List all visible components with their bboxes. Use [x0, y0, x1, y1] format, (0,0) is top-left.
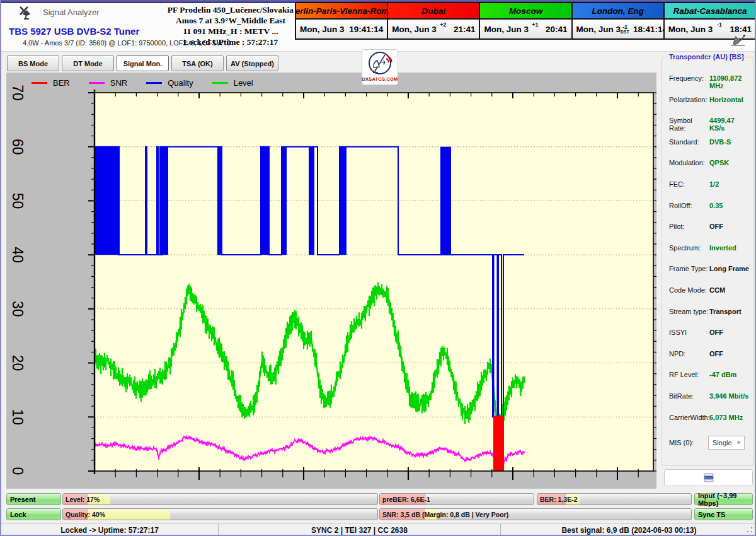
- level-bar: Level: 17%: [62, 493, 378, 505]
- tab-bs-mode[interactable]: BS Mode: [7, 55, 59, 71]
- clock-date: Mon, Jun 3: [484, 25, 529, 34]
- tp-row-codemode: Code Mode:CCM: [669, 286, 751, 295]
- y-tick-label: 50: [9, 193, 26, 209]
- tp-label: MIS (0):: [669, 439, 709, 448]
- disk-stack-icon: [704, 473, 714, 482]
- tp-row-mis: MIS (0):: [669, 439, 751, 448]
- app-dish-icon: [18, 5, 37, 23]
- clock-city-label: Berlin-Paris-Vienna-Roma: [296, 3, 387, 20]
- tp-row-frequency: Frequency:11090,872 MHz: [669, 74, 751, 83]
- tp-label: Frequency:: [669, 74, 709, 83]
- tab-signal-mon-[interactable]: Signal Mon.: [117, 55, 169, 71]
- y-tick-label: 60: [9, 139, 26, 155]
- bar-label: preBER: 6,6E-1: [382, 494, 430, 504]
- tp-label: Standard:: [669, 138, 709, 147]
- tp-label: ISSYI: [669, 329, 709, 337]
- tp-value: QPSK: [709, 159, 729, 168]
- ts-buffer-button[interactable]: [664, 469, 753, 486]
- y-tick-label: 30: [9, 301, 26, 317]
- tp-value: Horizontal: [709, 96, 743, 105]
- window-title: Signal Analyzer: [43, 8, 100, 17]
- clock-utc-offset: +1: [532, 21, 538, 28]
- site-note-line2: Amos 7 at 3.9°W_Middle East: [167, 15, 294, 26]
- signal-chart: 010203040506070 BERSNRQualityLevel: [6, 73, 656, 489]
- lock-indicator[interactable]: Lock: [6, 508, 61, 520]
- bar-label: BER: 1,3E-2: [540, 494, 578, 504]
- clock-utc-offset: +2: [440, 21, 446, 28]
- tp-label: Symbol Rate:: [669, 117, 709, 125]
- y-tick-label: 20: [9, 355, 26, 371]
- tp-value: 3,946 Mbit/s: [709, 392, 748, 401]
- bar-label: Level: 17%: [66, 494, 100, 504]
- tp-row-rflevel: RF Level:-47 dBm: [669, 371, 751, 380]
- present-indicator[interactable]: Present: [6, 493, 61, 505]
- tp-label: Frame Type:: [669, 265, 709, 274]
- status-section-1: Locked -> Uptime: 57:27:17: [1, 524, 219, 536]
- legend-label: Quality: [168, 78, 193, 88]
- clock-1: Berlin-Paris-Vienna-RomaMon, Jun 319:41:…: [296, 3, 388, 38]
- sync-ts-indicator[interactable]: Sync TS: [694, 508, 753, 520]
- quality-band: [261, 147, 269, 255]
- ber-bar: BER: 1,3E-2: [537, 493, 692, 505]
- dxsatcs-logo: DXSATCS.COM: [362, 49, 398, 85]
- clock-4: London, EngMon, Jun 3-1DST18:41:14: [573, 3, 665, 38]
- tp-label: Stream type:: [669, 308, 709, 317]
- tp-row-spectrum: Spectrum:Inverted: [669, 244, 751, 253]
- quality-band: [309, 147, 314, 255]
- resize-grip[interactable]: [747, 527, 753, 533]
- clock-time: 19:41:14: [349, 25, 383, 34]
- clock-time-row: Mon, Jun 3+120:41: [480, 20, 571, 38]
- legend-label: SNR: [110, 78, 127, 88]
- plot-area: [94, 93, 653, 471]
- tp-value: OFF: [709, 223, 723, 231]
- tp-value: 1/2: [709, 180, 719, 189]
- legend-label: Level: [234, 78, 253, 88]
- clock-utc-offset: -1: [717, 21, 722, 28]
- tab-dt-mode[interactable]: DT Mode: [62, 55, 114, 71]
- y-tick-label: 70: [9, 84, 26, 101]
- legend-item-ber: BER: [32, 78, 70, 88]
- tab-av-stopped-[interactable]: AV (Stopped): [226, 55, 278, 71]
- clock-utc-offset: -1DST: [621, 25, 629, 35]
- tp-value: OFF: [709, 350, 723, 359]
- snr-bar: SNR: 3,5 dB (Margin: 0,8 dB | Very Poor): [379, 508, 692, 520]
- chart-legend: BERSNRQualityLevel: [32, 76, 253, 89]
- tp-value: DVB-S: [709, 138, 731, 147]
- clock-time: 18:41:14: [633, 25, 667, 34]
- status-bar: Locked -> Uptime: 57:27:17SYNC 2 | TEI 3…: [1, 523, 756, 536]
- tp-label: BitRate:: [669, 392, 709, 401]
- tp-value: -47 dBm: [709, 371, 736, 380]
- legend-item-level: Level: [212, 78, 253, 88]
- clock-city-label: Rabat-Casablanca: [665, 3, 755, 20]
- tp-value: OFF: [709, 329, 723, 337]
- quality-band: [94, 147, 118, 255]
- tp-value: 11090,872 MHz: [709, 74, 751, 83]
- clock-time: 21:41: [454, 25, 476, 34]
- tp-row-standard: Standard:DVB-S: [669, 138, 751, 147]
- tp-label: Polarization:: [669, 96, 709, 105]
- tp-row-symbolrate: Symbol Rate:4499,47 KS/s: [669, 117, 751, 125]
- tp-row-carrierwidth: CarrierWidth:6,073 MHz: [669, 414, 751, 422]
- y-tick-label: 0: [9, 467, 26, 475]
- site-note-line4: Locked UPtime : 57:27:17: [167, 37, 294, 47]
- status-section-3: Best signal: 6,9 dB (2024-06-03 00:13): [501, 524, 756, 536]
- legend-line-swatch: [32, 82, 47, 84]
- quality-band: [340, 147, 346, 255]
- tp-label: RollOff:: [669, 202, 709, 211]
- clock-city-label: Moscow: [480, 3, 571, 20]
- input-rate-indicator[interactable]: Input (~3,99 Mbps): [694, 493, 753, 505]
- tp-label: Code Mode:: [669, 286, 709, 295]
- tp-row-streamtype: Stream type:Transport: [669, 308, 751, 317]
- clock-date: Mon, Jun 3: [668, 25, 713, 34]
- clock-city-label: London, Eng: [573, 3, 663, 20]
- tp-value: CCM: [709, 286, 725, 295]
- dxsatcs-logo-text: DXSATCS.COM: [362, 76, 398, 82]
- clock-time-row: Mon, Jun 3-1DST18:41:14: [573, 20, 663, 38]
- tab-tsa-ok-[interactable]: TSA (OK): [171, 55, 224, 71]
- quality-bar: Quality: 40%: [62, 508, 378, 520]
- clock-date: Mon, Jun 3: [576, 25, 621, 34]
- site-note: PF Prodelin 450_Lučenec/Slovakia Amos 7 …: [167, 4, 294, 47]
- tp-label: Modulation:: [669, 159, 709, 168]
- tp-row-npd: NPD:OFF: [669, 350, 751, 359]
- clock-city-label: Dubai: [388, 3, 479, 20]
